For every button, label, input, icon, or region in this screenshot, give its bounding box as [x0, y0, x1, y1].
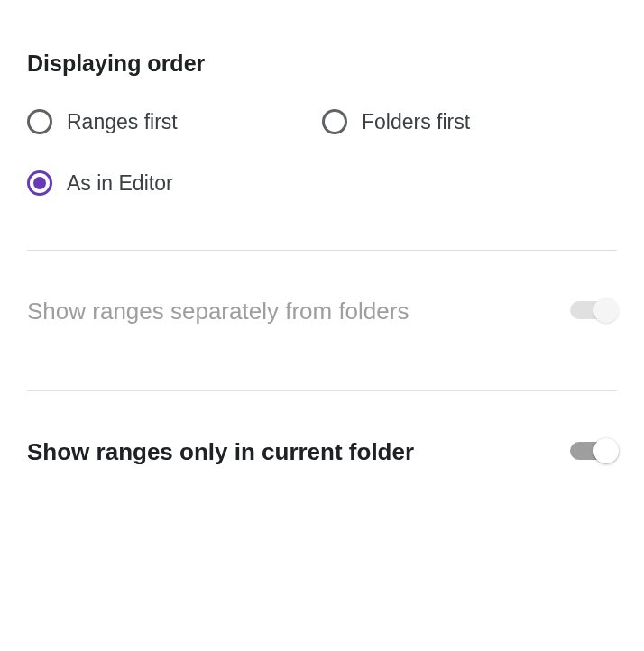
radio-label-ranges-first: Ranges first — [67, 110, 178, 134]
toggle-show-ranges-separately — [570, 301, 617, 319]
row-show-ranges-current-folder: Show ranges only in current folder — [27, 391, 617, 513]
radio-icon-selected — [27, 170, 52, 196]
displaying-order-radio-group: Ranges first Folders first As in Editor — [27, 109, 617, 232]
toggle-knob — [593, 438, 619, 463]
radio-label-folders-first: Folders first — [362, 110, 470, 134]
displaying-order-title: Displaying order — [27, 50, 617, 77]
radio-as-in-editor[interactable]: As in Editor — [27, 170, 322, 196]
label-show-ranges-separately: Show ranges separately from folders — [27, 296, 409, 327]
row-show-ranges-separately: Show ranges separately from folders — [27, 251, 617, 372]
toggle-knob — [593, 298, 619, 323]
radio-icon — [27, 109, 52, 134]
radio-folders-first[interactable]: Folders first — [322, 109, 617, 134]
radio-icon — [322, 109, 347, 134]
radio-ranges-first[interactable]: Ranges first — [27, 109, 322, 134]
radio-label-as-in-editor: As in Editor — [67, 171, 173, 196]
label-show-ranges-current-folder: Show ranges only in current folder — [27, 436, 414, 468]
toggle-show-ranges-current-folder[interactable] — [570, 442, 617, 460]
